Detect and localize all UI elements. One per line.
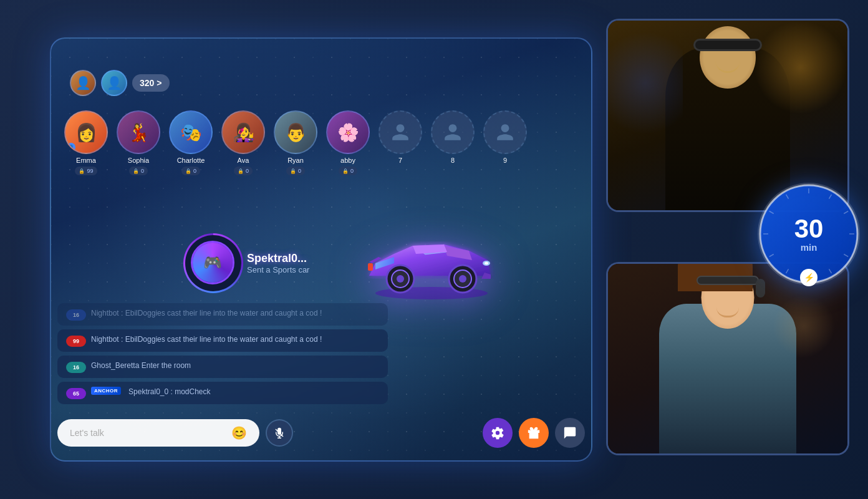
svg-point-8 <box>485 262 488 264</box>
user-name-8: 8 <box>451 157 455 164</box>
avatar-emma: 👩 👤 <box>64 110 108 154</box>
anchor-tag: ANCHOR <box>91 387 121 395</box>
chat-message-2: 99 Nightbot : EbilDoggies cast their lin… <box>57 329 388 352</box>
chat-message-1: 16 Nightbot : EbilDoggies cast their lin… <box>57 303 388 326</box>
lock-icon-emma: 🔒 <box>79 168 85 174</box>
badge-num-ryan: 0 <box>298 168 301 174</box>
avatar-placeholder-8 <box>431 110 475 154</box>
user-profile-emma[interactable]: 👩 👤 Emma 🔒 99 <box>64 110 109 175</box>
avatar-abby: 🌸 <box>326 110 370 154</box>
avatar-charlotte: 🎭 <box>169 110 213 154</box>
user-badge-charlotte: 🔒 0 <box>181 167 200 175</box>
chat-area: 16 Nightbot : EbilDoggies cast their lin… <box>57 303 388 404</box>
user-badge-sophia: 🔒 0 <box>129 167 148 175</box>
avatar-sophia: 💃 <box>117 110 160 154</box>
chat-input-placeholder: Let's talk <box>70 428 104 438</box>
stream-panel: 👤 👤 320 > 👩 👤 Emma 🔒 99 💃 <box>50 37 592 462</box>
chat-badge-1: 16 <box>66 309 86 321</box>
chat-message-4: 65 ANCHOR Spektral0_0 : modCheck <box>57 382 388 404</box>
timer-circle: ⚡ 30 min <box>756 181 862 287</box>
user-name-ava: Ava <box>238 157 249 164</box>
gift-action: Sent a Sports car <box>247 265 309 274</box>
user-name-9: 9 <box>503 157 507 164</box>
gift-info: Spektral0... Sent a Sports car <box>247 252 309 274</box>
gift-sender-avatar: 🎮 <box>191 241 234 284</box>
badge-num-ava: 0 <box>246 168 249 174</box>
avatar-placeholder-9 <box>483 110 527 154</box>
svg-point-3 <box>397 275 404 283</box>
user-profile-ryan[interactable]: 👨 Ryan 🔒 0 <box>273 110 318 175</box>
user-profile-9: 9 <box>483 110 528 164</box>
avatar-ava: 👩‍🎤 <box>221 110 265 154</box>
chat-text-3: Ghost_Beretta Enter the room <box>91 361 191 371</box>
user-count-badge[interactable]: 320 > <box>132 74 170 92</box>
user-profile-sophia[interactable]: 💃 Sophia 🔒 0 <box>116 110 161 175</box>
svg-point-6 <box>459 275 466 283</box>
video-panel-bottom <box>606 262 849 455</box>
lock-icon-sophia: 🔒 <box>133 168 139 174</box>
gift-sender-name: Spektral0... <box>247 252 309 265</box>
user-profile-7: 7 <box>378 110 423 164</box>
svg-rect-9 <box>368 263 373 271</box>
users-row: 👩 👤 Emma 🔒 99 💃 Sophia 🔒 0 🎭 <box>64 110 528 175</box>
user-profile-ava[interactable]: 👩‍🎤 Ava 🔒 0 <box>221 110 266 175</box>
chat-badge-4: 65 <box>66 388 86 399</box>
user-badge-emma: 🔒 99 <box>75 167 97 175</box>
user-name-charlotte: Charlotte <box>177 157 205 164</box>
chat-text-1: Nightbot : EbilDoggies cast their line i… <box>91 308 322 319</box>
user-badge-abby: 🔒 0 <box>339 167 357 175</box>
user-name-abby: abby <box>340 157 355 164</box>
timer-unit: min <box>801 242 817 253</box>
top-avatar-2: 👤 <box>101 70 127 96</box>
user-name-emma: Emma <box>76 157 96 164</box>
user-profile-8: 8 <box>430 110 475 164</box>
chat-input-wrapper[interactable]: Let's talk 😊 <box>57 419 259 447</box>
user-name-sophia: Sophia <box>128 157 149 164</box>
mic-button[interactable] <box>266 419 293 447</box>
lock-icon-ava: 🔒 <box>238 168 244 174</box>
user-count-number: 320 <box>140 78 154 88</box>
timer-value: 30 <box>794 216 824 242</box>
user-profile-charlotte[interactable]: 🎭 Charlotte 🔒 0 <box>168 110 213 175</box>
lock-icon-charlotte: 🔒 <box>185 168 191 174</box>
user-count-row: 👤 👤 320 > <box>70 70 170 96</box>
sports-car-gift <box>357 220 500 301</box>
settings-button[interactable] <box>483 418 513 448</box>
input-area: Let's talk 😊 <box>57 418 585 448</box>
badge-num-charlotte: 0 <box>193 168 196 174</box>
user-profile-abby[interactable]: 🌸 abby 🔒 0 <box>326 110 370 175</box>
lock-icon-abby: 🔒 <box>342 168 349 174</box>
user-badge-ava: 🔒 0 <box>234 167 253 175</box>
user-name-ryan: Ryan <box>287 157 304 164</box>
gift-button[interactable] <box>519 418 549 448</box>
gift-notification: 🎮 Spektral0... Sent a Sports car <box>188 238 309 288</box>
badge-num-sophia: 0 <box>141 168 144 174</box>
avatar-ryan: 👨 <box>274 110 317 154</box>
emoji-button[interactable]: 😊 <box>231 425 247 440</box>
chat-badge-2: 99 <box>66 336 86 347</box>
badge-num-emma: 99 <box>87 168 93 174</box>
chat-message-3: 16 Ghost_Beretta Enter the room <box>57 356 388 378</box>
user-count-chevron: > <box>157 78 162 88</box>
top-avatar-1: 👤 <box>70 70 96 96</box>
badge-num-abby: 0 <box>350 168 354 174</box>
timer-text: 30 min <box>756 181 862 287</box>
video-bottom-inner <box>608 264 847 453</box>
chat-text-4: Spektral0_0 : modCheck <box>128 387 210 397</box>
avatar-placeholder-7 <box>379 110 422 154</box>
chat-text-2: Nightbot : EbilDoggies cast their line i… <box>91 334 322 345</box>
chat-toggle-button[interactable] <box>555 418 585 448</box>
lock-icon-ryan: 🔒 <box>290 168 296 174</box>
user-name-7: 7 <box>398 157 402 164</box>
chat-badge-3: 16 <box>66 362 86 373</box>
user-badge-ryan: 🔒 0 <box>286 167 305 175</box>
emma-live-indicator: 👤 <box>67 143 75 152</box>
